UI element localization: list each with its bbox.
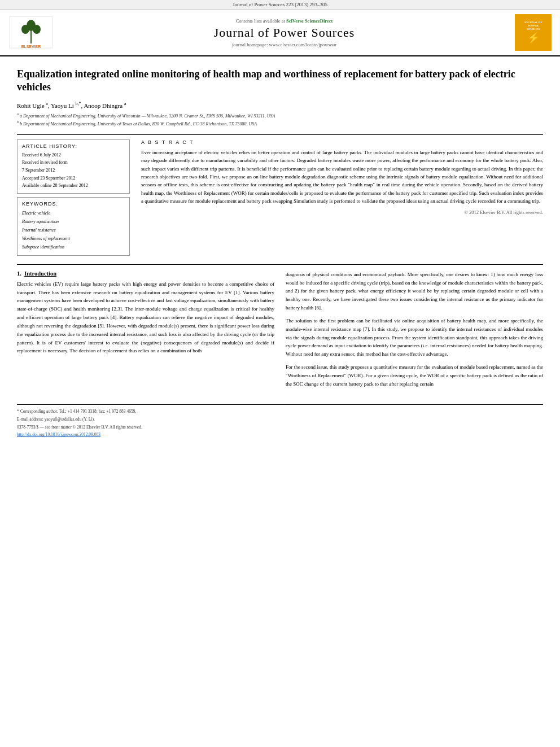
journal-center-info: Contents lists available at SciVerse Sci…: [59, 18, 509, 47]
keywords-list: Electric vehicle Battery equalization In…: [22, 209, 125, 252]
article-history-text: Received 6 July 2012 Received in revised…: [22, 151, 125, 190]
section1-number: 1.: [17, 270, 21, 277]
article-history-box: Article history: Received 6 July 2012 Re…: [17, 139, 130, 194]
intro-col2-para3: For the second issue, this study propose…: [286, 363, 543, 388]
section1-title: Introduction: [24, 270, 56, 277]
article-history-heading: Article history:: [22, 143, 125, 149]
top-citation-bar: Journal of Power Sources 223 (2013) 293–…: [0, 0, 560, 10]
citation-text: Journal of Power Sources 223 (2013) 293–…: [233, 2, 327, 7]
logo-lightning: ⚡: [527, 32, 540, 45]
body-two-col: 1. Introduction Electric vehicles (EV) r…: [17, 270, 543, 393]
abstract-text: Ever increasing acceptance of electric v…: [141, 148, 543, 206]
author-yaoyu: Yaoyu Li: [51, 102, 74, 108]
affiliation-b: b b Department of Mechanical Engineering…: [17, 120, 543, 128]
intro-col1-text: Electric vehicles (EV) require large bat…: [17, 280, 274, 356]
journal-header: ELSEVIER Contents lists available at Sci…: [0, 10, 560, 56]
intro-col2-para2: The solution to the first problem can be…: [286, 317, 543, 359]
author-anoop: Anoop Dhingra: [84, 102, 123, 108]
svg-text:ELSEVIER: ELSEVIER: [21, 45, 41, 49]
article-title: Equalization integrated online monitorin…: [17, 68, 543, 94]
affiliations: a a Department of Mechanical Engineering…: [17, 112, 543, 127]
section1-heading: 1. Introduction: [17, 270, 274, 277]
intro-col2-para1: diagnosis of physical conditions and eco…: [286, 270, 543, 312]
article-info-panel: Article history: Received 6 July 2012 Re…: [17, 139, 130, 256]
body-col-left: 1. Introduction Electric vehicles (EV) r…: [17, 270, 274, 393]
keywords-heading: Keywords:: [22, 201, 125, 207]
header-divider: [17, 134, 543, 135]
elsevier-logo: ELSEVIER: [8, 15, 54, 50]
footer-section: * Corresponding author. Tel.: +1 414 791…: [17, 404, 543, 438]
corresponding-author-note: * Corresponding author. Tel.: +1 414 791…: [17, 408, 543, 414]
logo-label: JOURNAL OFPOWERSOURCES: [524, 21, 542, 31]
body-col-right: diagnosis of physical conditions and eco…: [286, 270, 543, 393]
info-abstract-section: Article history: Received 6 July 2012 Re…: [17, 139, 543, 256]
body-content: 1. Introduction Electric vehicles (EV) r…: [17, 270, 543, 393]
body-divider: [17, 264, 543, 265]
main-content: Equalization integrated online monitorin…: [0, 56, 560, 448]
copyright-line: © 2012 Elsevier B.V. All rights reserved…: [141, 209, 543, 215]
journal-logo-right: JOURNAL OFPOWERSOURCES ⚡: [515, 14, 552, 51]
keywords-box: Keywords: Electric vehicle Battery equal…: [17, 197, 130, 256]
abstract-panel: A B S T R A C T Ever increasing acceptan…: [141, 139, 543, 256]
journal-title: Journal of Power Sources: [59, 25, 509, 40]
doi-link[interactable]: http://dx.doi.org/10.1016/j.jpowsour.201…: [17, 432, 543, 437]
abstract-heading: A B S T R A C T: [141, 139, 543, 145]
svg-point-3: [21, 25, 29, 34]
journal-homepage: journal homepage: www.elsevier.com/locat…: [59, 42, 509, 47]
authors-line: Rohit Ugle a, Yaoyu Li b,*, Anoop Dhingr…: [17, 101, 543, 109]
issn-note: 0378-7753/$ — see front matter © 2012 El…: [17, 424, 543, 430]
sciverse-line: Contents lists available at SciVerse Sci…: [59, 18, 509, 24]
email-note: E-mail address: yaoyuli@utdallas.edu (Y.…: [17, 416, 543, 422]
affiliation-a: a a Department of Mechanical Engineering…: [17, 112, 543, 120]
svg-point-4: [33, 25, 41, 34]
author-rohit: Rohit Ugle: [17, 102, 45, 108]
sciverse-link[interactable]: SciVerse ScienceDirect: [286, 18, 333, 24]
